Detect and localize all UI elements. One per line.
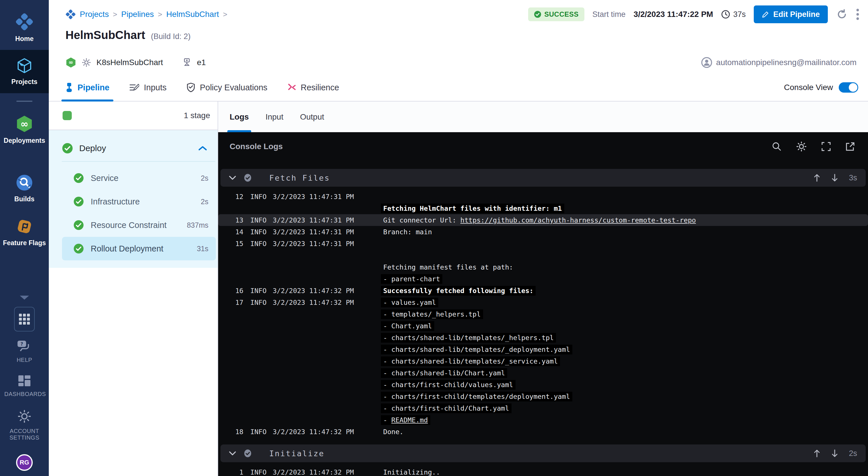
title-row: HelmSubChart (Build Id: 2) bbox=[49, 29, 868, 51]
refresh-button[interactable] bbox=[836, 8, 848, 20]
log-message-text: - parent-chart bbox=[381, 274, 442, 284]
log-section-header[interactable]: Initialize2s bbox=[220, 444, 866, 462]
log-row[interactable]: - templates/_helpers.tpl bbox=[218, 308, 868, 320]
log-level: INFO bbox=[250, 216, 273, 224]
collapse-chevron-up-icon[interactable] bbox=[198, 145, 207, 151]
log-line-number: 18 bbox=[218, 428, 243, 436]
sidebar-item-projects[interactable]: Projects bbox=[0, 50, 49, 93]
sidebar-item-account-settings[interactable]: ACCOUNT SETTINGS bbox=[0, 403, 49, 447]
tab-inputs[interactable]: Inputs bbox=[129, 74, 166, 101]
scroll-down-arrow-icon[interactable] bbox=[831, 173, 838, 182]
log-row[interactable]: - charts/first-child/values.yaml bbox=[218, 379, 868, 390]
breadcrumb-link[interactable]: HelmSubChart bbox=[166, 10, 219, 19]
log-row[interactable]: - charts/shared-lib/Chart.yaml bbox=[218, 367, 868, 379]
log-row[interactable]: 15INFO3/2/2023 11:47:31 PM bbox=[218, 238, 868, 249]
log-row[interactable]: Fetching manifest files at path: bbox=[218, 261, 868, 273]
log-row[interactable]: 14INFO3/2/2023 11:47:31 PMBranch: main bbox=[218, 226, 868, 238]
tab-policy-evaluations[interactable]: Policy Evaluations bbox=[187, 74, 267, 101]
log-row[interactable]: - charts/shared-lib/templates/_deploymen… bbox=[218, 343, 868, 355]
log-row[interactable]: - parent-chart bbox=[218, 273, 868, 285]
scroll-down-arrow-icon[interactable] bbox=[831, 449, 838, 457]
step-duration: 837ms bbox=[187, 221, 208, 229]
log-tab-logs[interactable]: Logs bbox=[229, 102, 249, 132]
breadcrumb-link[interactable]: Projects bbox=[80, 10, 109, 19]
stage-row-deploy[interactable]: Deploy bbox=[49, 135, 218, 160]
log-row[interactable]: - charts/first-child/Chart.yaml bbox=[218, 402, 868, 414]
step-success-icon bbox=[73, 196, 84, 207]
log-row[interactable] bbox=[218, 249, 868, 261]
log-message-text: - charts/shared-lib/Chart.yaml bbox=[381, 368, 507, 378]
log-row[interactable]: 18INFO3/2/2023 11:47:32 PMDone. bbox=[218, 426, 868, 438]
edit-pipeline-button[interactable]: Edit Pipeline bbox=[754, 5, 828, 23]
sidebar-item-label: HELP bbox=[17, 357, 32, 363]
content: 1 stage Deploy Service2sInfrastructure2s… bbox=[49, 102, 868, 476]
module-selector-grid-button[interactable] bbox=[14, 307, 35, 332]
edit-pipeline-label: Edit Pipeline bbox=[773, 10, 820, 19]
open-in-new-icon[interactable] bbox=[845, 141, 856, 152]
sidebar-item-builds[interactable]: Builds bbox=[0, 167, 49, 210]
log-link[interactable]: https://github.com/achyuth-harness/custo… bbox=[460, 216, 696, 224]
user-avatar[interactable]: RG bbox=[16, 454, 33, 471]
sidebar: HomeProjects∞DeploymentsBuildsFeature Fl… bbox=[0, 0, 49, 476]
log-line-number: 13 bbox=[218, 216, 243, 224]
pipeline-tabs-row: PipelineInputsPolicy EvaluationsResilien… bbox=[49, 74, 868, 102]
step-row-resource-constraint[interactable]: Resource Constraint837ms bbox=[62, 213, 216, 237]
settings-gear-icon[interactable] bbox=[796, 141, 807, 152]
sidebar-item-dashboards[interactable]: DASHBOARDS bbox=[0, 369, 49, 403]
log-row[interactable]: 17INFO3/2/2023 11:47:32 PM- values.yaml bbox=[218, 297, 868, 308]
log-section-rows: 1INFO3/2/2023 11:47:32 PMInitializing..2… bbox=[218, 462, 868, 476]
environment-icon bbox=[182, 58, 192, 67]
breadcrumb-link[interactable]: Pipelines bbox=[121, 10, 154, 19]
svg-text:∞: ∞ bbox=[20, 118, 28, 130]
scroll-up-arrow-icon[interactable] bbox=[813, 449, 820, 457]
page-title: HelmSubChart bbox=[65, 29, 145, 42]
log-message: - charts/first-child/templates/deploymen… bbox=[383, 393, 572, 401]
log-row[interactable]: 13INFO3/2/2023 11:47:31 PMGit connector … bbox=[218, 214, 868, 226]
log-message-text: - README.md bbox=[381, 415, 430, 425]
more-options-kebab-button[interactable] bbox=[856, 8, 859, 21]
log-section-header[interactable]: Fetch Files3s bbox=[220, 169, 866, 187]
pencil-icon bbox=[762, 11, 769, 18]
log-row[interactable]: 1INFO3/2/2023 11:47:32 PMInitializing.. bbox=[218, 466, 868, 476]
log-section-title: Initialize bbox=[269, 449, 324, 458]
step-row-service[interactable]: Service2s bbox=[62, 166, 216, 190]
console: Console Logs bbox=[218, 132, 868, 476]
tab-resilience[interactable]: Resilience bbox=[288, 74, 339, 101]
fullscreen-icon[interactable] bbox=[821, 141, 831, 152]
log-row[interactable]: - Chart.yaml bbox=[218, 320, 868, 332]
step-row-rollout-deployment[interactable]: Rollout Deployment31s bbox=[62, 237, 216, 260]
console-view-toggle[interactable] bbox=[839, 82, 858, 93]
cd-hexagon-icon: ∞ bbox=[16, 115, 33, 133]
sidebar-item-deployments[interactable]: ∞Deployments bbox=[0, 107, 49, 152]
chevron-down-icon bbox=[229, 451, 236, 455]
log-row[interactable]: - charts/first-child/templates/deploymen… bbox=[218, 390, 868, 402]
sidebar-item-home[interactable]: Home bbox=[0, 5, 49, 50]
log-message: Successfully fetched following files: bbox=[383, 287, 536, 295]
log-tab-output[interactable]: Output bbox=[300, 102, 324, 132]
log-message-text: - charts/shared-lib/templates/_service.y… bbox=[381, 356, 560, 366]
search-icon[interactable] bbox=[772, 141, 782, 152]
sidebar-item-feature-flags[interactable]: Feature Flags bbox=[0, 210, 49, 254]
log-row[interactable]: Fetching HelmChart files with identifier… bbox=[218, 202, 868, 214]
sidebar-item-help[interactable]: ?HELP bbox=[0, 334, 49, 369]
log-row[interactable]: 16INFO3/2/2023 11:47:32 PMSuccessfully f… bbox=[218, 285, 868, 297]
log-row[interactable]: - charts/shared-lib/templates/_service.y… bbox=[218, 355, 868, 367]
tab-pipeline[interactable]: Pipeline bbox=[65, 74, 110, 101]
log-row[interactable]: 12INFO3/2/2023 11:47:31 PM bbox=[218, 191, 868, 202]
dashboards-grid-icon bbox=[18, 375, 31, 387]
log-message-text: - charts/first-child/Chart.yaml bbox=[381, 403, 512, 413]
log-link[interactable]: README.md bbox=[391, 416, 428, 424]
scroll-up-arrow-icon[interactable] bbox=[813, 173, 820, 182]
log-section-fetch-files: Fetch Files3s12INFO3/2/2023 11:47:31 PMF… bbox=[218, 169, 868, 440]
log-row[interactable]: - charts/shared-lib/templates/_helpers.t… bbox=[218, 332, 868, 343]
log-panel: LogsInputOutput Console Logs bbox=[218, 102, 868, 476]
tab-label: Resilience bbox=[301, 83, 339, 92]
log-section-rows: 12INFO3/2/2023 11:47:31 PMFetching HelmC… bbox=[218, 187, 868, 440]
sidebar-collapse-chevron-icon[interactable] bbox=[17, 293, 32, 303]
log-tab-input[interactable]: Input bbox=[266, 102, 283, 132]
step-row-infrastructure[interactable]: Infrastructure2s bbox=[62, 190, 216, 213]
log-row[interactable]: - README.md bbox=[218, 414, 868, 426]
log-level: INFO bbox=[250, 428, 273, 436]
console-view-control: Console View bbox=[784, 82, 858, 93]
svg-text:∞: ∞ bbox=[69, 59, 73, 65]
